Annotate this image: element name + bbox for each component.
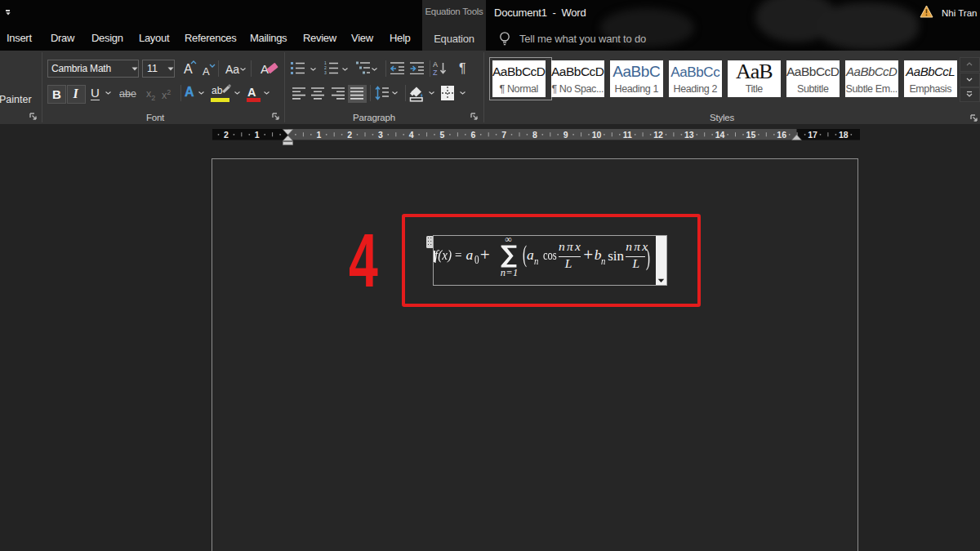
svg-text:13: 13: [684, 129, 693, 139]
svg-text:18: 18: [838, 129, 848, 139]
svg-text:2: 2: [347, 129, 352, 139]
svg-text:Z: Z: [433, 69, 438, 76]
svg-text:A: A: [433, 60, 438, 69]
svg-text:7: 7: [501, 129, 506, 139]
svg-text:11: 11: [622, 129, 631, 139]
svg-text:14: 14: [715, 129, 724, 139]
svg-text:15: 15: [746, 129, 755, 139]
svg-text:17: 17: [808, 129, 817, 139]
svg-text:3: 3: [377, 129, 382, 139]
svg-text:12: 12: [653, 129, 663, 139]
svg-text:10: 10: [591, 129, 601, 139]
svg-text:9: 9: [563, 129, 568, 139]
svg-text:4: 4: [408, 129, 413, 139]
svg-text:5: 5: [439, 129, 444, 139]
svg-text:2: 2: [223, 129, 228, 139]
svg-text:1: 1: [316, 129, 321, 139]
svg-text:6: 6: [470, 129, 475, 139]
svg-text:1: 1: [254, 129, 259, 139]
svg-text:8: 8: [532, 129, 537, 139]
svg-text:3: 3: [324, 70, 327, 74]
svg-text:16: 16: [777, 129, 786, 139]
